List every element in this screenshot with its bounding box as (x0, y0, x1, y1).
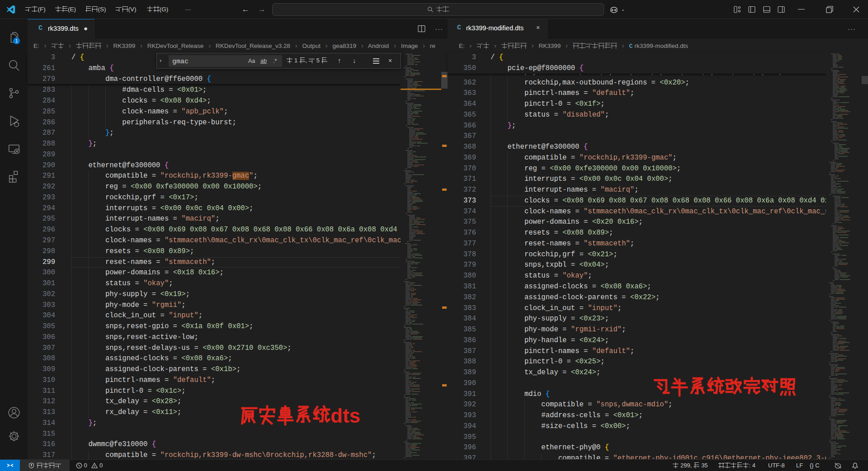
svg-text:1: 1 (15, 38, 18, 43)
svg-text:dts: dts (330, 405, 360, 427)
